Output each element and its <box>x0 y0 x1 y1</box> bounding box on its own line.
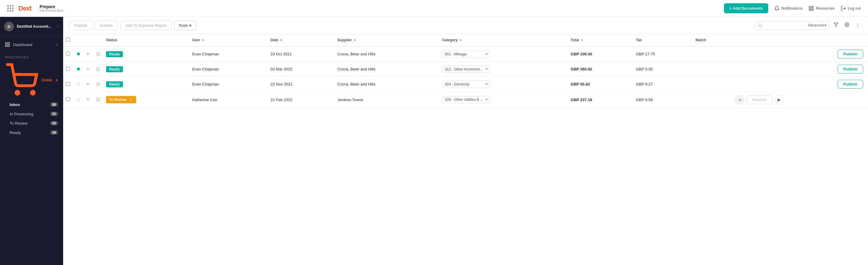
category-select[interactable]: 028 - Other Utilities & ... <box>442 96 490 103</box>
category-select[interactable]: 001 - Mileage <box>442 51 490 58</box>
search-box: Advanced ▾ <box>755 21 830 30</box>
status-header: Status <box>103 34 189 46</box>
row-checkbox[interactable] <box>66 82 70 86</box>
avatar: D <box>4 22 14 31</box>
user-cell: Evan Chapman <box>189 46 268 62</box>
logo-area: Dext Prepare with Receipt Bank <box>7 4 64 12</box>
flag-icon[interactable]: ⚑ <box>86 67 90 72</box>
publish-cell: Publish <box>732 62 868 77</box>
sidebar-item-costs[interactable]: Costs ∧ <box>0 60 63 100</box>
row-checkbox[interactable] <box>66 97 70 101</box>
publish-row-button[interactable]: Publish <box>747 96 772 104</box>
total-cell: GBP 106.50 <box>568 46 633 62</box>
resources-icon <box>808 6 814 11</box>
status-cell: To Review1 <box>103 92 189 108</box>
publish-toolbar-button[interactable]: Publish <box>69 21 92 30</box>
to-review-badge: 50 <box>50 121 58 125</box>
sidebar-dashboard-label: Dashboard <box>13 43 52 47</box>
supplier-sort-icon[interactable]: ⇅ <box>353 38 356 42</box>
prev-arrow-button[interactable]: ◀ <box>735 95 744 105</box>
cart-icon <box>5 63 38 97</box>
row-checkbox[interactable] <box>66 67 70 71</box>
status-dot <box>77 82 80 85</box>
settings-button[interactable] <box>843 21 851 30</box>
sidebar-item-in-processing[interactable]: In Processing 25 <box>0 109 63 118</box>
costs-label: Costs <box>41 78 52 82</box>
status-dot <box>77 98 80 101</box>
select-all-checkbox[interactable] <box>66 38 70 42</box>
sidebar-item-to-review[interactable]: To Review 50 <box>0 118 63 128</box>
category-select[interactable]: 012 - Other Accommo... <box>442 65 490 73</box>
status-cell: Ready <box>103 46 189 62</box>
status-badge: Ready <box>106 81 123 87</box>
publish-cell: ◀ Publish ▶ <box>732 92 868 108</box>
tax-header: Tax <box>633 34 692 46</box>
flag-icon[interactable]: ⚑ <box>86 52 90 57</box>
account-selector[interactable]: D Dextified Accounti... › <box>0 17 63 36</box>
category-cell: 024 - Electricity <box>439 77 568 92</box>
image-icon[interactable]: 🖼 <box>96 52 100 57</box>
flag-icon[interactable]: ⚑ <box>86 97 90 102</box>
documents-table: Status User ⇅ Date ⇅ Supplier ⇅ Category… <box>63 34 868 108</box>
main-content: Publish Archive Add To Expense Report To… <box>63 17 868 265</box>
add-to-expense-report-button[interactable]: Add To Expense Report <box>120 21 172 30</box>
svg-point-11 <box>758 24 761 26</box>
archive-button[interactable]: Archive <box>95 21 118 30</box>
top-nav-right: + Add Documents Notifications Resources … <box>724 3 861 13</box>
total-cell: GBP 260.82 <box>568 62 633 77</box>
date-sort-icon[interactable]: ⇅ <box>280 38 282 42</box>
publish-cell: Publish <box>732 46 868 62</box>
advanced-button[interactable]: Advanced ▾ <box>808 23 826 27</box>
sidebar-workspaces-section: WORKSPACES Costs ∧ Inbox 88 In Processin… <box>0 53 63 137</box>
inbox-label: Inbox <box>10 102 50 107</box>
category-select[interactable]: 024 - Electricity <box>442 81 490 88</box>
review-count-badge: 1 <box>128 97 133 102</box>
svg-rect-0 <box>809 6 811 8</box>
top-navigation: Dext Prepare with Receipt Bank + Add Doc… <box>0 0 868 17</box>
image-icon[interactable]: 🖼 <box>96 82 100 87</box>
date-header: Date ⇅ <box>268 34 335 46</box>
status-dot <box>77 68 80 71</box>
bell-icon <box>774 6 780 11</box>
to-review-label: To Review <box>10 121 50 126</box>
gear-icon <box>844 22 849 27</box>
tax-cell: GBP 0.00 <box>633 62 692 77</box>
filter-button[interactable] <box>832 21 840 30</box>
notifications-link[interactable]: Notifications <box>774 6 803 11</box>
app-subtitle: with Receipt Bank <box>40 9 64 12</box>
tax-cell: GBP 17.75 <box>633 46 692 62</box>
resources-link[interactable]: Resources <box>808 6 834 11</box>
sidebar-item-ready[interactable]: Ready 38 <box>0 128 63 137</box>
total-sort-icon[interactable]: ⇅ <box>581 38 583 42</box>
logout-link[interactable]: Log out <box>841 6 861 11</box>
next-arrow-button[interactable]: ▶ <box>775 95 784 105</box>
total-header: Total ⇅ <box>568 34 633 46</box>
tax-cell: GBP 9.56 <box>633 92 692 108</box>
image-icon[interactable]: 🖼 <box>96 97 100 102</box>
search-input[interactable] <box>764 23 806 28</box>
sidebar-item-inbox[interactable]: Inbox 88 <box>0 100 63 109</box>
publish-row-button[interactable]: Publish <box>838 80 863 88</box>
tools-chevron-icon: ▾ <box>189 23 191 28</box>
category-cell: 001 - Mileage <box>439 46 568 62</box>
more-options-button[interactable]: ⋮ <box>854 21 862 30</box>
match-cell <box>692 62 732 77</box>
tools-button[interactable]: Tools ▾ <box>174 21 196 30</box>
sidebar-item-dashboard[interactable]: Dashboard ∨ <box>0 39 63 50</box>
date-cell: 22 Nov 2021 <box>268 77 335 92</box>
flag-icon[interactable]: ⚑ <box>86 82 90 87</box>
publish-row-button[interactable]: Publish <box>838 65 863 74</box>
user-sort-icon[interactable]: ⇅ <box>202 38 204 42</box>
svg-rect-7 <box>8 45 10 47</box>
status-badge: Ready <box>106 51 123 57</box>
publish-row-button[interactable]: Publish <box>838 50 863 58</box>
category-sort-icon[interactable]: ⇅ <box>459 38 462 42</box>
dashboard-chevron-icon: ∨ <box>55 43 58 47</box>
date-cell: 21 Feb 2022 <box>268 92 335 108</box>
image-icon[interactable]: 🖼 <box>96 67 100 72</box>
table-row: ⚑ 🖼 Ready Evan Chapman 22 Nov 2021 Crona… <box>63 77 868 92</box>
add-documents-button[interactable]: + Add Documents <box>724 3 768 13</box>
svg-point-14 <box>846 24 847 25</box>
grid-icon[interactable] <box>7 5 13 11</box>
row-checkbox[interactable] <box>66 52 70 56</box>
